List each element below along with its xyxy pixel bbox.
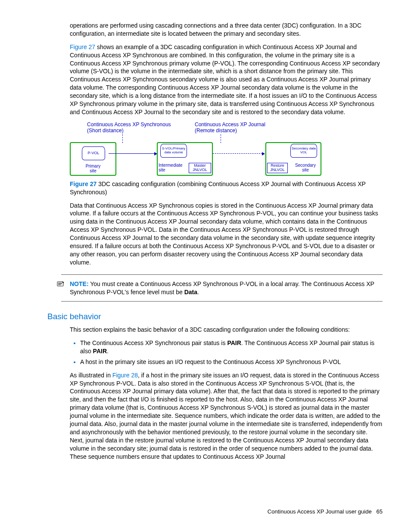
paragraph-5: As illustrated in Figure 28, if a host i… [70, 371, 383, 461]
note-block: NOTE: You must create a Continuous Acces… [61, 274, 383, 302]
page-number: 65 [377, 508, 383, 515]
dash-1 [122, 134, 123, 143]
conditions-list: The Continuous Access XP Synchronous pai… [70, 339, 383, 366]
paragraph-2: Figure 27 shows an example of a 3DC casc… [70, 43, 383, 116]
figure-27-diagram: Continuous Access XP Synchronous(Short d… [70, 121, 324, 177]
secondary-cylinder: Secondary data VOL [290, 144, 317, 158]
footer-title: Continuous Access XP Journal user guide [268, 508, 372, 515]
restore-jnl-box: Restore JNLVOL [267, 163, 288, 173]
sync-label: Continuous Access XP Synchronous(Short d… [87, 121, 171, 134]
note-text-b: . [197, 289, 199, 296]
note-label: NOTE: [70, 280, 89, 287]
list-item: The Continuous Access XP Synchronous pai… [80, 339, 383, 355]
note-text-a: You must create a Continuous Access XP S… [70, 280, 374, 296]
paragraph-2-text: shows an example of a 3DC cascading conf… [70, 44, 380, 115]
svol-cylinder: S-VOL/Primary data volume [160, 144, 187, 158]
primary-site-label: Primary site [82, 164, 104, 173]
intermediate-label: Intermediate site [159, 163, 184, 172]
paragraph-1: operations are performed using cascading… [70, 22, 383, 38]
paragraph-4: This section explains the basic behavior… [70, 326, 383, 334]
secondary-site-label: Secondary site [293, 163, 318, 172]
figure-27-caption-text: 3DC cascading configuration (combining C… [70, 180, 366, 196]
page: operations are performed using cascading… [0, 0, 411, 532]
section-heading-basic-behavior: Basic behavior [47, 311, 383, 322]
figure-27-number: Figure 27 [70, 180, 97, 187]
paragraph-3: Data that Continuous Access XP Synchrono… [70, 202, 383, 267]
note-icon [57, 281, 65, 287]
list-item: A host in the primary site issues an I/O… [80, 358, 383, 366]
figure-27-link[interactable]: Figure 27 [70, 44, 95, 50]
arrow-sync [109, 153, 157, 154]
master-jnl-box: Master JNLVOL [189, 163, 211, 173]
page-footer: Continuous Access XP Journal user guide … [268, 508, 383, 516]
note-bold: Data [184, 289, 197, 296]
dash-2 [221, 134, 221, 143]
arrow-journal [213, 153, 265, 154]
paragraph-5b: , if a host in the primary site issues a… [70, 372, 382, 460]
figure-28-link[interactable]: Figure 28 [112, 372, 138, 379]
figure-27-caption: Figure 27 3DC cascading configuration (c… [70, 180, 383, 196]
pvol-cylinder: P-VOL [82, 146, 105, 160]
journal-label: Continuous Access XP Journal(Remote dist… [195, 121, 265, 134]
paragraph-5a: As illustrated in [70, 372, 112, 379]
